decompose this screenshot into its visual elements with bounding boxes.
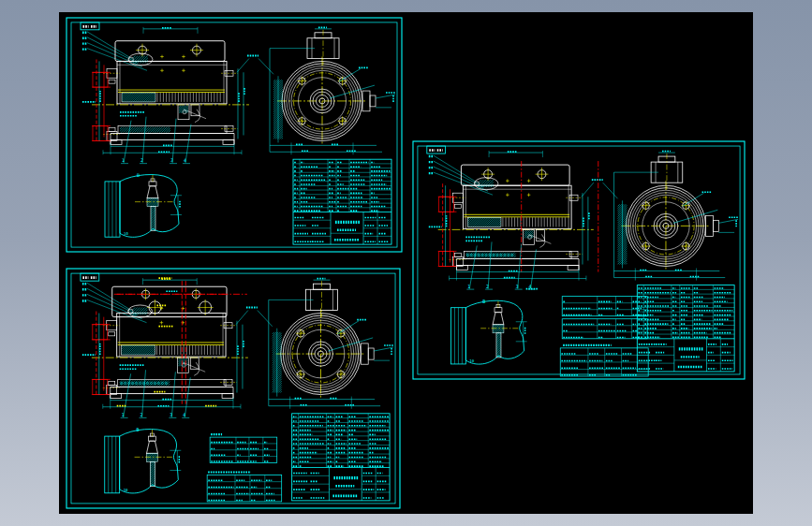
main-section-view xyxy=(92,27,273,145)
balloon-label: 4 xyxy=(183,412,185,417)
sheet-content: 1234B10 xyxy=(66,269,400,508)
drawing-canvas: 1234B10 1234B10 1234B10 xyxy=(59,12,753,514)
leader-labels xyxy=(429,155,493,195)
aux-table-2 xyxy=(207,475,282,502)
balloon-label: 2 xyxy=(486,284,489,289)
red-flange-overlay xyxy=(438,161,598,271)
detail-view-label: B xyxy=(482,299,485,304)
balloon-label: 2 xyxy=(140,157,143,163)
drawing-sheet-2: 1234B10 xyxy=(412,140,746,380)
title-block xyxy=(637,339,734,372)
end-view xyxy=(277,56,368,145)
balloon-label: 4 xyxy=(184,157,186,163)
corner-label-box xyxy=(81,273,99,281)
aux-table-1 xyxy=(210,437,277,462)
detail-view-label: B xyxy=(137,172,140,178)
parts-table xyxy=(293,159,391,244)
detail-view-dim: 10 xyxy=(124,488,128,492)
detail-view-label: B xyxy=(137,427,140,432)
shaft-flange xyxy=(330,85,395,111)
detail-view: B10 xyxy=(105,427,182,493)
balloon-label: 3 xyxy=(516,284,519,289)
parts-table xyxy=(292,414,390,501)
end-view xyxy=(621,181,711,270)
balloon-label: 3 xyxy=(170,412,172,417)
detail-view-dim: 10 xyxy=(124,231,128,236)
drawing-sheet-3: 1234B10 xyxy=(66,268,401,509)
leader-labels xyxy=(82,32,147,71)
title-block xyxy=(293,212,391,245)
red-flange-overlay xyxy=(92,59,111,142)
detail-view: B10 xyxy=(451,299,527,364)
sheet-content: 1234B10 xyxy=(413,141,745,379)
drawing-sheet-1: 1234B10 xyxy=(66,17,403,253)
terminal-box xyxy=(307,27,339,65)
main-section-view xyxy=(438,151,618,270)
detail-view: B10 xyxy=(105,172,182,237)
sheet-content: 1234B10 xyxy=(66,18,402,252)
aux-table-2 xyxy=(562,319,647,339)
terminal-box xyxy=(651,152,683,190)
shaft-flange xyxy=(328,338,393,364)
balloon-label: 1 xyxy=(467,284,470,289)
balloon-label: 1 xyxy=(122,157,125,163)
shaft-flange xyxy=(673,210,738,236)
end-view xyxy=(276,309,366,400)
title-block xyxy=(292,467,390,500)
aux-table-1 xyxy=(562,297,647,316)
balloon-label: 2 xyxy=(140,412,143,417)
corner-label-box xyxy=(427,146,446,153)
corner-label-box xyxy=(81,22,99,30)
terminal-box xyxy=(306,279,338,317)
balloon-label: 1 xyxy=(122,412,125,417)
detail-view-dim: 10 xyxy=(469,358,474,363)
parts-table xyxy=(637,285,734,372)
balloon-label: 3 xyxy=(170,157,173,163)
aux-table-3 xyxy=(560,348,648,376)
viewer-background: { "viewer": { "description": "CAD viewer… xyxy=(0,0,812,526)
